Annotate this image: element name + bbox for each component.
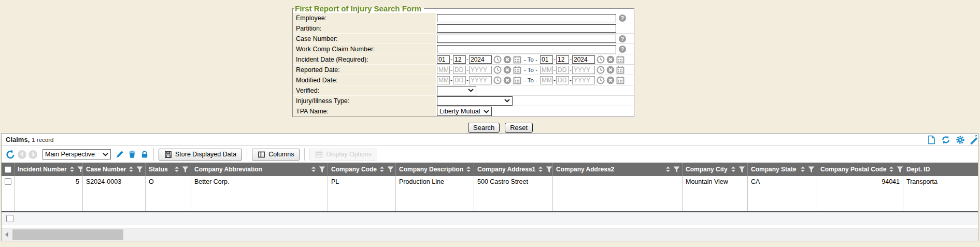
clock-icon[interactable] <box>596 76 605 84</box>
filter-funnel-icon[interactable] <box>387 166 394 173</box>
filter-funnel-icon[interactable] <box>319 166 325 173</box>
refresh-icon[interactable] <box>941 135 950 144</box>
clock-icon[interactable] <box>493 76 502 84</box>
incident-date-required-from-mm-input[interactable] <box>437 55 450 64</box>
column-header-company-address1[interactable]: Company Address1 <box>474 163 552 176</box>
clear-icon[interactable] <box>503 55 512 64</box>
sort-icon[interactable] <box>665 166 671 172</box>
column-header-company-state[interactable]: Company State <box>747 163 817 176</box>
column-header-status[interactable]: Status <box>145 163 191 176</box>
reset-button[interactable]: Reset <box>505 123 533 133</box>
calendar-icon[interactable] <box>513 76 521 84</box>
calendar-icon[interactable] <box>616 55 624 64</box>
modified-date-to-mm-input[interactable] <box>540 76 553 84</box>
reported-date-from-yyyy-input[interactable] <box>469 66 492 74</box>
sort-icon[interactable] <box>538 166 543 172</box>
wrench-icon[interactable] <box>970 135 978 144</box>
scroll-left-arrow[interactable] <box>2 228 11 241</box>
sort-icon[interactable] <box>889 166 894 172</box>
column-header-company-abbreviation[interactable]: Company Abbreviation <box>191 163 328 176</box>
filter-funnel-icon[interactable] <box>182 166 189 173</box>
modified-date-from-dd-input[interactable] <box>453 76 466 84</box>
columns-button[interactable]: Columns <box>252 149 300 161</box>
clock-icon[interactable] <box>596 55 605 64</box>
column-header-incident-number[interactable]: Incident Number <box>14 163 82 176</box>
gear-icon[interactable] <box>956 135 965 144</box>
reported-date-from-mm-input[interactable] <box>437 66 450 74</box>
reported-date-to-yyyy-input[interactable] <box>572 66 595 74</box>
sort-icon[interactable] <box>311 166 316 172</box>
sort-icon[interactable] <box>69 166 75 172</box>
select-all-checkbox[interactable] <box>5 166 11 173</box>
calendar-icon[interactable] <box>513 55 521 64</box>
table-row[interactable]: 5S2024-0003OBetter Corp.PLProduction Lin… <box>2 176 978 212</box>
sort-icon[interactable] <box>379 166 385 172</box>
new-document-icon[interactable] <box>927 135 936 144</box>
column-header-company-address2[interactable]: Company Address2 <box>552 163 682 176</box>
employee-input[interactable] <box>437 14 616 22</box>
filter-funnel-icon[interactable] <box>673 166 680 173</box>
column-header-company-city[interactable]: Company City <box>682 163 747 176</box>
perspective-select[interactable]: Main Perspective <box>42 149 111 159</box>
modified-date-from-mm-input[interactable] <box>437 76 450 84</box>
partition-input[interactable] <box>437 24 616 33</box>
footer-row-checkbox[interactable] <box>6 215 13 222</box>
clock-icon[interactable] <box>596 66 605 74</box>
modified-date-to-yyyy-input[interactable] <box>572 76 595 84</box>
injury-illness-type-select[interactable] <box>437 96 513 106</box>
column-header-case-number[interactable]: Case Number <box>82 163 145 176</box>
incident-date-required-to-mm-input[interactable] <box>540 55 553 64</box>
lock-icon[interactable] <box>140 150 149 158</box>
filter-funnel-icon[interactable] <box>897 166 903 173</box>
verified-select[interactable] <box>437 86 476 95</box>
sort-icon[interactable] <box>466 166 471 172</box>
display-options-button[interactable]: Display Options <box>309 149 377 161</box>
clear-icon[interactable] <box>503 76 512 84</box>
filter-funnel-icon[interactable] <box>546 166 552 173</box>
help-icon[interactable]: ? <box>619 46 626 53</box>
filter-funnel-icon[interactable] <box>738 166 745 173</box>
modified-date-from-yyyy-input[interactable] <box>469 76 492 84</box>
clock-icon[interactable] <box>493 66 502 74</box>
filter-funnel-icon[interactable] <box>77 166 82 173</box>
case-number-input[interactable] <box>437 35 616 43</box>
calendar-icon[interactable] <box>616 76 624 84</box>
store-displayed-data-button[interactable]: Store Displayed Data <box>159 149 242 161</box>
trash-icon[interactable] <box>128 150 136 158</box>
horizontal-scrollbar[interactable] <box>2 228 978 241</box>
column-header-dept-id[interactable]: Dept. ID <box>903 163 978 176</box>
column-header-company-postal-code[interactable]: Company Postal Code <box>817 163 903 176</box>
scrollbar-thumb[interactable] <box>12 229 123 240</box>
help-icon[interactable]: ? <box>619 14 626 22</box>
tpa-name-select[interactable]: Liberty Mutual <box>437 107 492 116</box>
work-comp-claim-number-input[interactable] <box>437 45 616 53</box>
clear-icon[interactable] <box>606 55 615 64</box>
filter-funnel-icon[interactable] <box>136 166 143 173</box>
reported-date-to-mm-input[interactable] <box>540 66 553 74</box>
clear-icon[interactable] <box>606 66 615 74</box>
calendar-icon[interactable] <box>616 66 624 74</box>
reported-date-to-dd-input[interactable] <box>556 66 569 74</box>
next-perspective-button[interactable] <box>29 150 37 159</box>
column-header-company-description[interactable]: Company Description <box>395 163 474 176</box>
clear-icon[interactable] <box>606 76 615 84</box>
sort-icon[interactable] <box>731 166 736 172</box>
calendar-icon[interactable] <box>513 66 521 74</box>
clear-icon[interactable] <box>503 66 512 74</box>
undo-icon[interactable] <box>5 149 16 159</box>
row-checkbox[interactable] <box>5 178 11 185</box>
incident-date-required-from-yyyy-input[interactable] <box>469 55 492 64</box>
sort-icon[interactable] <box>129 166 134 172</box>
help-icon[interactable]: ? <box>619 35 626 42</box>
clock-icon[interactable] <box>493 55 502 64</box>
incident-date-required-to-dd-input[interactable] <box>556 55 569 64</box>
search-button[interactable]: Search <box>468 123 500 133</box>
incident-date-required-from-dd-input[interactable] <box>453 55 466 64</box>
modified-date-to-dd-input[interactable] <box>556 76 569 84</box>
column-header-company-code[interactable]: Company Code <box>328 163 395 176</box>
sort-icon[interactable] <box>800 166 805 172</box>
previous-perspective-button[interactable] <box>18 150 26 159</box>
reported-date-from-dd-input[interactable] <box>453 66 466 74</box>
incident-date-required-to-yyyy-input[interactable] <box>572 55 595 64</box>
filter-funnel-icon[interactable] <box>808 166 815 173</box>
